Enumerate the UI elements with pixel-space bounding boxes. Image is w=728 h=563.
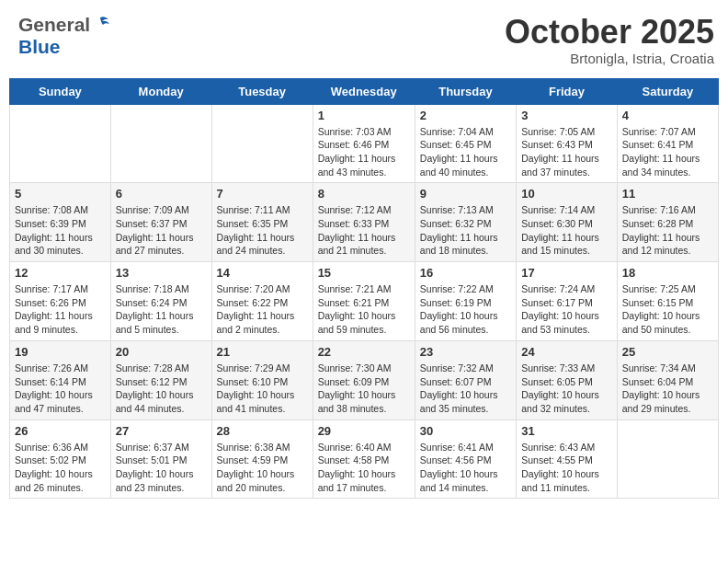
day-number: 19 <box>15 345 106 359</box>
weekday-header-row: SundayMondayTuesdayWednesdayThursdayFrid… <box>10 78 719 104</box>
weekday-header-saturday: Saturday <box>617 78 718 104</box>
day-info: Sunrise: 6:43 AMSunset: 4:55 PMDaylight:… <box>521 441 612 495</box>
day-number: 27 <box>116 424 207 438</box>
day-info: Sunrise: 7:28 AMSunset: 6:12 PMDaylight:… <box>116 362 207 416</box>
week-row-5: 26Sunrise: 6:36 AMSunset: 5:02 PMDayligh… <box>10 419 719 499</box>
calendar-cell: 18Sunrise: 7:25 AMSunset: 6:15 PMDayligh… <box>617 262 718 341</box>
day-number: 5 <box>15 187 106 201</box>
page-header: General Blue October 2025 Brtonigla, Ist… <box>9 9 719 71</box>
calendar-cell: 2Sunrise: 7:04 AMSunset: 6:45 PMDaylight… <box>415 104 516 183</box>
day-number: 1 <box>318 109 410 122</box>
calendar-cell: 28Sunrise: 6:38 AMSunset: 4:59 PMDayligh… <box>211 419 313 499</box>
calendar-cell <box>10 104 111 183</box>
calendar-cell: 29Sunrise: 6:40 AMSunset: 4:58 PMDayligh… <box>313 419 415 499</box>
calendar-cell <box>110 104 211 183</box>
calendar-cell: 24Sunrise: 7:33 AMSunset: 6:05 PMDayligh… <box>517 340 618 419</box>
logo-general: General <box>18 14 90 36</box>
calendar-cell: 30Sunrise: 6:41 AMSunset: 4:56 PMDayligh… <box>415 419 516 499</box>
day-number: 28 <box>217 424 308 438</box>
day-number: 15 <box>318 266 410 280</box>
day-number: 30 <box>420 424 511 438</box>
calendar-cell: 6Sunrise: 7:09 AMSunset: 6:37 PMDaylight… <box>110 183 211 262</box>
location-subtitle: Brtonigla, Istria, Croatia <box>505 51 714 66</box>
weekday-header-wednesday: Wednesday <box>313 78 415 104</box>
weekday-header-tuesday: Tuesday <box>211 78 313 104</box>
weekday-header-monday: Monday <box>110 78 211 104</box>
logo-blue-text: Blue <box>18 36 61 58</box>
calendar-cell: 22Sunrise: 7:30 AMSunset: 6:09 PMDayligh… <box>313 340 415 419</box>
day-number: 2 <box>420 109 511 122</box>
calendar-cell: 14Sunrise: 7:20 AMSunset: 6:22 PMDayligh… <box>211 262 313 341</box>
day-info: Sunrise: 7:11 AMSunset: 6:35 PMDaylight:… <box>217 203 308 258</box>
calendar-cell: 5Sunrise: 7:08 AMSunset: 6:39 PMDaylight… <box>10 183 111 262</box>
week-row-4: 19Sunrise: 7:26 AMSunset: 6:14 PMDayligh… <box>10 340 719 419</box>
day-number: 13 <box>116 266 207 280</box>
day-number: 9 <box>420 187 511 201</box>
day-number: 29 <box>318 424 410 438</box>
calendar-cell: 23Sunrise: 7:32 AMSunset: 6:07 PMDayligh… <box>415 340 516 419</box>
day-number: 7 <box>217 187 308 201</box>
calendar-cell: 16Sunrise: 7:22 AMSunset: 6:19 PMDayligh… <box>415 262 516 341</box>
day-info: Sunrise: 7:26 AMSunset: 6:14 PMDaylight:… <box>15 362 106 416</box>
weekday-header-friday: Friday <box>517 78 618 104</box>
day-info: Sunrise: 7:17 AMSunset: 6:26 PMDaylight:… <box>15 282 106 337</box>
calendar-cell <box>211 104 313 183</box>
day-number: 11 <box>622 187 713 201</box>
day-info: Sunrise: 7:09 AMSunset: 6:37 PMDaylight:… <box>116 203 207 258</box>
week-row-3: 12Sunrise: 7:17 AMSunset: 6:26 PMDayligh… <box>10 262 719 341</box>
day-number: 6 <box>116 187 207 201</box>
day-info: Sunrise: 7:25 AMSunset: 6:15 PMDaylight:… <box>622 282 713 337</box>
month-title: October 2025 <box>505 14 714 51</box>
day-info: Sunrise: 6:38 AMSunset: 4:59 PMDaylight:… <box>217 441 308 495</box>
calendar-cell: 21Sunrise: 7:29 AMSunset: 6:10 PMDayligh… <box>211 340 313 419</box>
day-info: Sunrise: 7:03 AMSunset: 6:46 PMDaylight:… <box>318 125 410 179</box>
day-info: Sunrise: 7:04 AMSunset: 6:45 PMDaylight:… <box>420 125 511 179</box>
calendar-cell: 27Sunrise: 6:37 AMSunset: 5:01 PMDayligh… <box>110 419 211 499</box>
logo: General Blue <box>18 14 110 58</box>
day-info: Sunrise: 7:30 AMSunset: 6:09 PMDaylight:… <box>318 362 410 416</box>
day-number: 22 <box>318 345 410 359</box>
day-number: 25 <box>622 345 713 359</box>
logo-bird-icon <box>90 16 110 34</box>
week-row-1: 1Sunrise: 7:03 AMSunset: 6:46 PMDaylight… <box>10 104 719 183</box>
calendar-cell: 7Sunrise: 7:11 AMSunset: 6:35 PMDaylight… <box>211 183 313 262</box>
day-number: 10 <box>521 187 612 201</box>
day-info: Sunrise: 7:33 AMSunset: 6:05 PMDaylight:… <box>521 362 612 416</box>
day-number: 23 <box>420 345 511 359</box>
day-info: Sunrise: 7:08 AMSunset: 6:39 PMDaylight:… <box>15 203 106 258</box>
day-info: Sunrise: 7:21 AMSunset: 6:21 PMDaylight:… <box>318 282 410 337</box>
calendar-cell: 8Sunrise: 7:12 AMSunset: 6:33 PMDaylight… <box>313 183 415 262</box>
weekday-header-thursday: Thursday <box>415 78 516 104</box>
day-number: 24 <box>521 345 612 359</box>
day-number: 3 <box>521 109 612 122</box>
calendar-cell: 11Sunrise: 7:16 AMSunset: 6:28 PMDayligh… <box>617 183 718 262</box>
day-number: 26 <box>15 424 106 438</box>
calendar-cell: 25Sunrise: 7:34 AMSunset: 6:04 PMDayligh… <box>617 340 718 419</box>
calendar-cell: 26Sunrise: 6:36 AMSunset: 5:02 PMDayligh… <box>10 419 111 499</box>
logo-text-general: General <box>18 14 110 36</box>
calendar-cell: 4Sunrise: 7:07 AMSunset: 6:41 PMDaylight… <box>617 104 718 183</box>
calendar-cell: 13Sunrise: 7:18 AMSunset: 6:24 PMDayligh… <box>110 262 211 341</box>
calendar-cell: 12Sunrise: 7:17 AMSunset: 6:26 PMDayligh… <box>10 262 111 341</box>
calendar-cell: 9Sunrise: 7:13 AMSunset: 6:32 PMDaylight… <box>415 183 516 262</box>
day-info: Sunrise: 7:05 AMSunset: 6:43 PMDaylight:… <box>521 125 612 179</box>
calendar-cell <box>617 419 718 499</box>
day-info: Sunrise: 7:13 AMSunset: 6:32 PMDaylight:… <box>420 203 511 258</box>
day-number: 18 <box>622 266 713 280</box>
calendar-cell: 15Sunrise: 7:21 AMSunset: 6:21 PMDayligh… <box>313 262 415 341</box>
calendar-cell: 20Sunrise: 7:28 AMSunset: 6:12 PMDayligh… <box>110 340 211 419</box>
day-info: Sunrise: 7:32 AMSunset: 6:07 PMDaylight:… <box>420 362 511 416</box>
day-number: 12 <box>15 266 106 280</box>
weekday-header-sunday: Sunday <box>10 78 111 104</box>
week-row-2: 5Sunrise: 7:08 AMSunset: 6:39 PMDaylight… <box>10 183 719 262</box>
calendar-cell: 19Sunrise: 7:26 AMSunset: 6:14 PMDayligh… <box>10 340 111 419</box>
day-info: Sunrise: 7:34 AMSunset: 6:04 PMDaylight:… <box>622 362 713 416</box>
day-number: 31 <box>521 424 612 438</box>
day-info: Sunrise: 7:22 AMSunset: 6:19 PMDaylight:… <box>420 282 511 337</box>
day-number: 14 <box>217 266 308 280</box>
day-info: Sunrise: 7:14 AMSunset: 6:30 PMDaylight:… <box>521 203 612 258</box>
day-number: 21 <box>217 345 308 359</box>
calendar-cell: 1Sunrise: 7:03 AMSunset: 6:46 PMDaylight… <box>313 104 415 183</box>
day-number: 17 <box>521 266 612 280</box>
calendar-cell: 10Sunrise: 7:14 AMSunset: 6:30 PMDayligh… <box>517 183 618 262</box>
